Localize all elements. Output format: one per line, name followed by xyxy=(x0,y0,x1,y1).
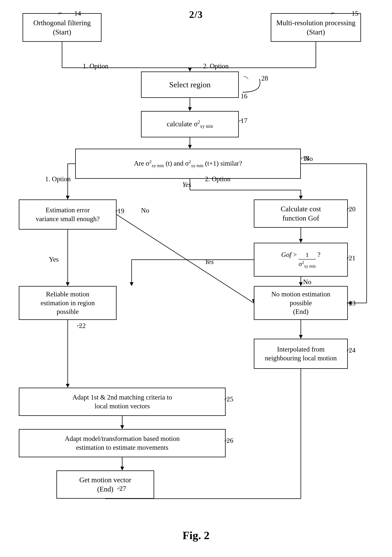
svg-marker-23 xyxy=(299,239,303,243)
box-select-region: Select region xyxy=(141,72,239,98)
box-14-label: Orthogonal filtering(Start) xyxy=(33,18,91,37)
box-calc-cost: Calculate costfunction Gof xyxy=(254,199,348,228)
svg-marker-29 xyxy=(130,282,134,286)
box-multiresolution: Multi-resolution processing(Start) xyxy=(271,13,361,42)
box-18-label: Are σ2xy min (t) and σ2xy min (t+1) simi… xyxy=(134,159,242,169)
ref-28: 28 xyxy=(261,74,268,82)
box-17-label: calculate σ2xy min xyxy=(167,119,213,129)
svg-text:Yes: Yes xyxy=(49,255,59,263)
ref-14: 14 xyxy=(74,9,81,17)
svg-marker-9 xyxy=(188,145,192,149)
svg-text:No: No xyxy=(141,207,149,214)
yes-label-n18: Yes xyxy=(182,181,191,188)
box-adapt-matching: Adapt 1st & 2nd matching criteria toloca… xyxy=(19,388,226,416)
svg-marker-25 xyxy=(299,282,303,286)
svg-marker-21 xyxy=(299,196,303,199)
svg-marker-31 xyxy=(66,282,70,286)
page: 2/3 No xyxy=(0,0,392,557)
svg-marker-45 xyxy=(120,425,124,429)
box-are-similar: Are σ2xy min (t) and σ2xy min (t+1) simi… xyxy=(75,149,301,179)
box-gof-compare: Gof > 1 σ2xy min ? xyxy=(254,243,348,277)
fig-label: Fig. 2 xyxy=(183,529,209,542)
box-24-label: Interpolated fromneighbouring local moti… xyxy=(265,345,337,363)
page-label: 2/3 xyxy=(189,9,203,20)
svg-marker-3 xyxy=(188,68,192,72)
option-label-2-mid: 2. Option xyxy=(205,175,231,183)
box-orthogonal-filtering: Orthogonal filtering(Start) xyxy=(23,13,102,42)
box-22-label: Reliable motionestimation in regionpossi… xyxy=(41,290,95,316)
box-25-label: Adapt 1st & 2nd matching criteria toloca… xyxy=(72,393,172,411)
box-reliable-motion: Reliable motionestimation in regionpossi… xyxy=(19,286,117,320)
ref-15: 15 xyxy=(352,9,358,17)
ref-16: 16 xyxy=(241,92,248,100)
box-interpolated: Interpolated fromneighbouring local moti… xyxy=(254,339,348,369)
box-20-label: Calculate costfunction Gof xyxy=(281,204,321,223)
box-no-motion: No motion estimationpossible(End) xyxy=(254,286,348,320)
svg-line-33 xyxy=(117,214,254,303)
option-label-2-top: 2. Option xyxy=(203,62,229,70)
option-label-1-top: 1. Option xyxy=(83,62,108,70)
svg-marker-47 xyxy=(120,467,124,470)
svg-marker-37 xyxy=(299,335,303,339)
box-19-label: Estimation errorvariance small enough? xyxy=(36,206,100,223)
svg-marker-39 xyxy=(66,384,70,388)
box-get-motion-vector: Get motion vector(End) xyxy=(56,470,154,499)
yes-label-gof: Yes xyxy=(205,258,214,266)
svg-marker-7 xyxy=(188,107,192,111)
box-calculate-sigma: calculate σ2xy min xyxy=(141,111,239,137)
box-23-label: No motion estimationpossible(End) xyxy=(271,290,330,316)
box-21-label: Gof > 1 σ2xy min ? xyxy=(281,250,320,269)
box-26-label: Adapt model/transformation based motione… xyxy=(65,434,180,452)
option-label-1-mid: 1. Option xyxy=(45,175,71,183)
box-15-label: Multi-resolution processing(Start) xyxy=(276,18,355,37)
box-estimation-error: Estimation errorvariance small enough? xyxy=(19,199,117,229)
svg-text:No: No xyxy=(303,278,311,286)
box-16-label: Select region xyxy=(169,80,211,90)
svg-marker-17 xyxy=(66,196,70,199)
box-adapt-model: Adapt model/transformation based motione… xyxy=(19,429,226,457)
